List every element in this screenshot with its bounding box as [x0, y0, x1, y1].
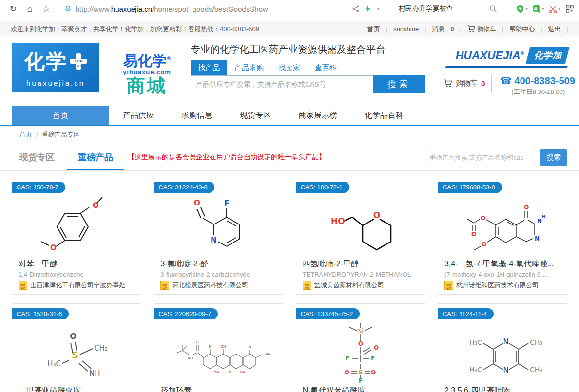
- svg-text:O: O: [373, 210, 380, 220]
- molecule-structure-image: OH H N NH₂ OH O OH O NH: [154, 321, 283, 384]
- product-name: 3,4-二氢-7-甲氧基-4-氧代喹唑...: [444, 259, 560, 269]
- search-icon[interactable]: [489, 5, 497, 13]
- scissors-icon[interactable]: ▾: [549, 5, 560, 13]
- product-card[interactable]: CAS: 133745-75-2 Si O: [296, 303, 425, 392]
- main-search-button[interactable]: 搜索: [373, 75, 425, 93]
- product-card[interactable]: CAS: 150-78-7 O O 对苯二甲醚 1,4-Dimethoxyben…: [12, 177, 141, 295]
- svg-text:O: O: [371, 369, 376, 376]
- tab-best-products[interactable]: 重磅产品: [73, 144, 118, 170]
- nav-item-wanted[interactable]: 求购信息: [168, 106, 226, 125]
- topbar-logout-link[interactable]: 退出: [542, 25, 567, 34]
- product-card[interactable]: CAS: 1520-31-6 S O CH₃ H₃C NH 二甲基亚磺酰亚胺: [12, 303, 141, 392]
- cas-badge: CAS: 133745-75-2: [296, 308, 360, 319]
- svg-text:OH: OH: [221, 345, 226, 349]
- browser-search-text[interactable]: 村民办升学宴被查: [398, 4, 453, 13]
- molecule-structure-image: Si O O F F S O O F: [296, 321, 425, 384]
- svg-text:O: O: [358, 340, 363, 347]
- svg-text:N: N: [249, 345, 251, 349]
- molecule-structure-image: O HO: [296, 195, 425, 257]
- product-card[interactable]: CAS: 100-72-1 O HO 四氢吡喃-2-甲醇 TETRAHYDROP…: [296, 177, 425, 295]
- nav-item-encyclopedia[interactable]: 化学品百科: [351, 106, 417, 125]
- best-product-search-button[interactable]: 搜索: [540, 149, 567, 166]
- svg-text:HO: HO: [331, 216, 345, 226]
- nav-item-spot[interactable]: 现货专区: [226, 106, 285, 125]
- cas-badge: CAS: 179688-53-0: [438, 182, 502, 193]
- translate-icon[interactable]: A ▾: [533, 5, 544, 13]
- apps-grid-icon[interactable]: [565, 4, 574, 13]
- chevron-down-icon[interactable]: ▾: [377, 6, 380, 11]
- svg-text:O: O: [482, 241, 486, 248]
- svg-text:CH₃: CH₃: [530, 338, 542, 346]
- svg-text:O: O: [93, 201, 99, 210]
- svg-text:Si: Si: [358, 328, 363, 335]
- chevron-down-icon[interactable]: ▾: [558, 6, 560, 11]
- product-card[interactable]: CAS: 1124-11-4 N N CH₃ CH₃ H₃C H₃C: [438, 303, 567, 392]
- tab-find-product[interactable]: 找产品: [191, 60, 227, 75]
- vip-icon: VIP: [444, 281, 453, 290]
- svg-text:O: O: [229, 371, 232, 374]
- topbar-messages-link[interactable]: 消息 0: [426, 25, 460, 34]
- breadcrumb-current: 重磅产品专区: [42, 131, 80, 139]
- svg-text:N: N: [503, 337, 508, 346]
- lightning-icon[interactable]: [365, 5, 371, 13]
- svg-text:N: N: [537, 218, 542, 224]
- topbar-cart-link[interactable]: 购物车: [462, 25, 502, 34]
- svg-text:O: O: [196, 340, 199, 344]
- address-bar[interactable]: ⚙ http://www.huaxuejia.cn/home/spot_good…: [61, 4, 352, 13]
- chevron-down-icon[interactable]: ▾: [525, 6, 528, 11]
- svg-text:H₃C: H₃C: [469, 366, 482, 373]
- header-cart-count: 0: [481, 79, 485, 88]
- favorite-star-icon[interactable]: ☆: [38, 3, 55, 14]
- money-shield-icon[interactable]: ¥ ▾: [516, 5, 528, 13]
- product-name-en: TETRAHYDROPYRAN-2-METHANOL: [303, 271, 419, 278]
- product-card[interactable]: CAS: 31224-43-8 F N O 3-氟吡啶-2-醛 3-fluo: [154, 177, 283, 295]
- home-icon[interactable]: ⌂: [21, 4, 38, 14]
- tab-spot-zone[interactable]: 现货专区: [19, 151, 55, 163]
- nav-item-supply[interactable]: 产品供应: [109, 106, 168, 125]
- svg-text:H: H: [209, 345, 212, 349]
- molecule-structure-image: S O CH₃ H₃C NH: [12, 321, 141, 384]
- breadcrumb: 首页 / 重磅产品专区: [12, 126, 567, 144]
- product-name: N-氟代双苯磺酰胺: [303, 386, 419, 392]
- nav-item-merchants[interactable]: 商家展示榜: [285, 106, 351, 125]
- topbar-username-link[interactable]: sunshine: [387, 25, 425, 33]
- tab-find-seller[interactable]: 找卖家: [271, 60, 308, 75]
- svg-text:F: F: [359, 377, 363, 383]
- svg-text:O: O: [344, 369, 349, 376]
- refresh-icon[interactable]: ↻: [5, 3, 21, 14]
- chevron-down-icon[interactable]: ▾: [542, 6, 544, 11]
- svg-text:S: S: [358, 369, 363, 376]
- svg-text:NH: NH: [89, 369, 100, 378]
- tab-product-wanted[interactable]: 产品求购: [227, 60, 271, 75]
- main-search-input[interactable]: [191, 75, 373, 93]
- product-company: VIP 河北松辰医药科技有限公司: [160, 281, 276, 290]
- welcome-text: 欢迎来到化学加！萃聚英才，共享化学！化学加，加您更精彩！客服热线：400-838…: [11, 25, 259, 34]
- product-name-en: (7-methoxy-4-oxo-1H-quinazolin-6-...: [444, 271, 560, 278]
- browser-search-box[interactable]: 村民办升学宴被查: [395, 4, 500, 13]
- huaxuejia-logo[interactable]: 化学 HUA XUE huaxuejia.cn: [12, 43, 99, 92]
- nav-item-home[interactable]: 首页: [12, 106, 109, 125]
- main-nav: 首页 产品供应 求购信息 现货专区 商家展示榜 化学品百科: [0, 106, 579, 126]
- yihuaxue-mall-logo[interactable]: 易化学® yihuaxue.com 商城: [114, 43, 180, 104]
- svg-text:CH₃: CH₃: [530, 366, 542, 373]
- brand-underline: [444, 66, 568, 68]
- header-cart-button[interactable]: 购物车 0: [437, 75, 492, 92]
- product-company: VIP 山西津津化工有限公司宁波办事处: [19, 281, 135, 290]
- share-icon[interactable]: [352, 5, 360, 13]
- breadcrumb-home-link[interactable]: 首页: [19, 131, 32, 139]
- tab-encyclopedia[interactable]: 查百科: [308, 60, 344, 75]
- product-name: 对苯二甲醚: [19, 259, 135, 269]
- site-header: 化学 HUA XUE huaxuejia.cn 易化学® yihuaxue.co…: [12, 37, 567, 104]
- url-text[interactable]: http://www.huaxuejia.cn/home/spot_goods/…: [75, 5, 268, 13]
- svg-text:NH: NH: [188, 356, 193, 360]
- svg-text:VIP: VIP: [20, 286, 25, 289]
- product-name: 二甲基亚磺酰亚胺: [19, 386, 135, 392]
- product-card[interactable]: CAS: 220620-09-7 OH: [154, 303, 283, 392]
- vip-icon: VIP: [303, 281, 311, 290]
- topbar-help-link[interactable]: 帮助中心: [503, 25, 540, 34]
- svg-text:VIP: VIP: [163, 286, 168, 289]
- product-card[interactable]: CAS: 179688-53-0 O N: [438, 177, 567, 295]
- topbar-home-link[interactable]: 首页: [362, 25, 386, 34]
- best-product-search-input[interactable]: [425, 150, 536, 165]
- svg-text:OH: OH: [240, 371, 246, 374]
